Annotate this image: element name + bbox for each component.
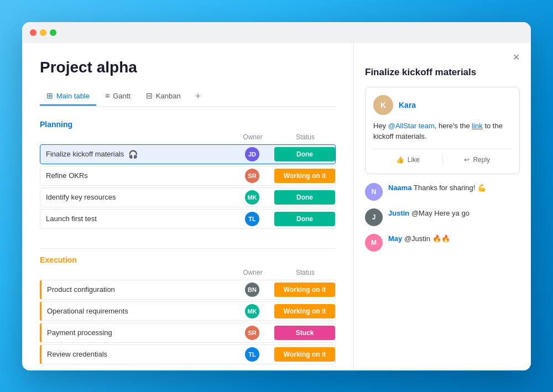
reply-avatar: J: [365, 208, 383, 226]
table-row[interactable]: Product configuration BN Working on it: [40, 280, 336, 300]
row-status: Done: [274, 190, 335, 205]
maximize-traffic-light[interactable]: [50, 29, 56, 36]
table-row[interactable]: Finalize kickoff materials 🎧 JD Done: [40, 144, 336, 164]
table-row[interactable]: Identify key resources MK Done: [40, 187, 336, 207]
reply-list: N Naama Thanks for sharing! 💪 J Justin @…: [365, 183, 520, 252]
reply-text: Thanks for sharing! 💪: [412, 184, 486, 192]
close-traffic-light[interactable]: [30, 29, 36, 36]
comment-header: K Kara: [373, 95, 512, 115]
gantt-icon: ≡: [105, 91, 109, 100]
table-row[interactable]: Operational requirements MK Working on i…: [40, 301, 336, 321]
planning-section: Planning Owner Status Finalize kickoff m…: [40, 120, 336, 231]
planning-header: Planning: [40, 120, 336, 129]
minimize-traffic-light[interactable]: [40, 29, 46, 36]
comment-box: K Kara Hey @AllStar team, here's the lin…: [365, 87, 520, 174]
commenter-avatar: K: [373, 95, 393, 115]
traffic-lights: [30, 29, 56, 36]
avatar: SR: [245, 326, 259, 340]
avatar: MK: [245, 304, 259, 318]
panel-title: Finalize kickoff materials: [365, 67, 520, 78]
like-icon: 👍: [396, 156, 404, 164]
planning-owner-header: Owner: [231, 133, 275, 141]
row-name: Review credentials: [41, 350, 230, 358]
add-view-button[interactable]: +: [190, 86, 207, 107]
reply-button[interactable]: ↩ Reply: [443, 154, 512, 166]
tab-gantt-label: Gantt: [113, 92, 131, 100]
status-badge: Done: [274, 190, 335, 205]
planning-table-header: Owner Status: [40, 133, 336, 143]
avatar: MK: [245, 190, 259, 205]
reply-item: M May @Justin 🔥🔥: [365, 234, 520, 252]
row-status: Working on it: [274, 169, 335, 183]
row-name: Finalize kickoff materials 🎧: [40, 150, 230, 159]
row-owner: SR: [230, 169, 274, 183]
row-status: Done: [274, 212, 335, 226]
table-row[interactable]: Launch first test TL Done: [40, 209, 336, 229]
headphones-icon: 🎧: [128, 150, 138, 159]
status-badge: Working on it: [274, 304, 335, 318]
comment-mention[interactable]: @AllStar team: [388, 122, 435, 130]
table-row[interactable]: Payment processing SR Stuck: [40, 323, 336, 343]
row-owner: SR: [230, 326, 274, 340]
execution-status-header: Status: [275, 269, 336, 276]
reply-avatar: M: [365, 234, 383, 252]
content-area: Project alpha ⊞ Main table ≡ Gantt ⊟ Kan…: [22, 43, 531, 370]
tab-kanban-label: Kanban: [156, 92, 181, 100]
reply-item: J Justin @May Here ya go: [365, 208, 520, 226]
row-owner: BN: [230, 283, 274, 297]
like-label: Like: [408, 156, 420, 164]
execution-section: Execution Owner Status Product configura…: [40, 255, 336, 366]
row-status: Stuck: [274, 326, 335, 340]
row-name: Identify key resources: [40, 193, 230, 201]
row-owner: MK: [230, 190, 274, 205]
reply-icon: ↩: [464, 156, 469, 164]
status-badge: Working on it: [274, 347, 335, 362]
right-panel: ✕ Finalize kickoff materials K Kara Hey …: [354, 43, 531, 370]
execution-table-header: Owner Status: [40, 269, 336, 279]
row-name: Product configuration: [41, 285, 230, 294]
row-name: Refine OKRs: [40, 171, 230, 180]
status-badge: Stuck: [274, 326, 335, 340]
comment-actions: 👍 Like ↩ Reply: [373, 149, 512, 166]
main-table-icon: ⊞: [46, 91, 53, 100]
planning-status-header: Status: [275, 133, 336, 141]
avatar: JD: [245, 147, 259, 161]
reply-text: @May Here ya go: [409, 209, 469, 217]
avatar: SR: [245, 169, 259, 183]
row-status: Working on it: [274, 347, 335, 362]
comment-text-after-mention: , here's the: [435, 122, 472, 130]
reply-content: Justin @May Here ya go: [388, 208, 469, 218]
avatar: BN: [245, 283, 259, 297]
close-panel-button[interactable]: ✕: [513, 52, 520, 62]
row-owner: TL: [230, 347, 274, 362]
project-title: Project alpha: [40, 59, 336, 76]
commenter-name: Kara: [399, 101, 416, 109]
tab-main-table[interactable]: ⊞ Main table: [40, 87, 96, 106]
comment-link[interactable]: link: [472, 122, 483, 130]
execution-owner-header: Owner: [231, 269, 275, 276]
reply-text: @Justin 🔥🔥: [402, 234, 450, 243]
row-owner: TL: [230, 212, 274, 226]
row-status: Done: [274, 147, 335, 161]
kanban-icon: ⊟: [146, 91, 153, 100]
reply-content: Naama Thanks for sharing! 💪: [388, 183, 486, 193]
reply-author-name: Justin: [388, 209, 409, 217]
table-row[interactable]: Review credentials TL Working on it: [40, 344, 336, 364]
tab-kanban[interactable]: ⊟ Kanban: [139, 87, 187, 106]
main-window: Project alpha ⊞ Main table ≡ Gantt ⊟ Kan…: [22, 22, 531, 370]
tab-gantt[interactable]: ≡ Gantt: [98, 87, 137, 106]
section-divider: [40, 248, 336, 249]
reply-label: Reply: [473, 156, 490, 164]
row-owner: MK: [230, 304, 274, 318]
status-badge: Done: [274, 212, 335, 226]
avatar: TL: [245, 212, 259, 226]
row-name: Operational requirements: [41, 307, 230, 315]
reply-author-name: May: [388, 234, 402, 243]
comment-text-before-mention: Hey: [373, 122, 388, 130]
table-row[interactable]: Refine OKRs SR Working on it: [40, 166, 336, 186]
row-owner: JD: [230, 147, 274, 161]
status-badge: Working on it: [274, 283, 335, 297]
reply-author-name: Naama: [388, 184, 412, 192]
like-button[interactable]: 👍 Like: [373, 154, 443, 166]
tabs-bar: ⊞ Main table ≡ Gantt ⊟ Kanban +: [40, 86, 336, 107]
